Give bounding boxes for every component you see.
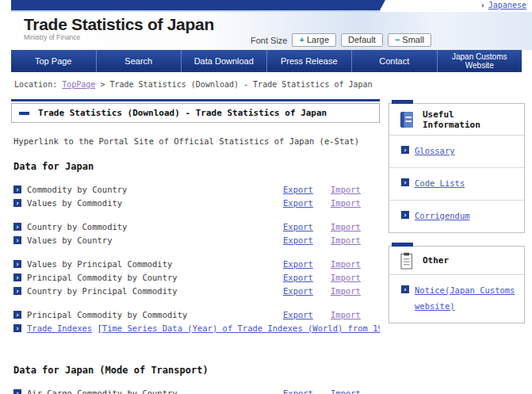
export-cell: Export — [283, 222, 331, 231]
list-item: ›Principal Commodity by CommodityExportI… — [11, 308, 380, 321]
nav-item-contact[interactable]: Contact — [351, 50, 437, 72]
site-logo[interactable]: Trade Statistics of Japan Ministry of Fi… — [24, 16, 214, 41]
import-link-air-cargo-commodity-by-country[interactable]: Import — [331, 388, 361, 394]
breadcrumb-separator: > — [100, 80, 105, 89]
import-cell: Import — [331, 222, 380, 231]
japanese-link[interactable]: Japanese — [488, 1, 526, 10]
chevron-right-bullet-icon[interactable]: › — [401, 178, 409, 186]
sidebar-link-item: ›Glossary — [389, 136, 524, 168]
font-size-button-default[interactable]: Default — [341, 33, 383, 47]
chevron-right-bullet-icon[interactable]: › — [13, 389, 21, 394]
import-link-commodity-by-country[interactable]: Import — [331, 185, 361, 194]
chevron-right-bullet-icon[interactable]: › — [401, 146, 409, 154]
item-label-principal-commodity-by-commodity: Principal Commodity by Commodity — [27, 310, 283, 319]
export-cell: Export — [283, 235, 331, 245]
section-heading-data-for-japan: Data for Japan — [13, 161, 380, 172]
sidebar-link-code-lists[interactable]: Code Lists — [415, 176, 465, 192]
font-size-control: Font Size +LargeDefault−Small — [251, 33, 431, 47]
import-cell: Import — [331, 235, 380, 245]
list-item: ›Values by CountryExportImport — [11, 233, 380, 247]
nav-item-japan-customs-website[interactable]: Japan Customs Website — [437, 50, 522, 72]
nav-item-data-download[interactable]: Data Download — [181, 50, 266, 72]
export-link-values-by-commodity[interactable]: Export — [283, 198, 313, 208]
chevron-right-bullet-icon[interactable]: › — [13, 186, 21, 193]
item-label-country-by-commodity: Country by Commodity — [27, 222, 283, 231]
link-time-series-data-year-of-trade-indexes-world-from-1960-to-2022[interactable]: Time Series Data (Year) of Trade Indexes… — [102, 323, 380, 333]
site-subtitle: Ministry of Finance — [24, 33, 214, 41]
sidebar-box-header: Useful Information — [389, 104, 524, 136]
clipboard-icon — [399, 252, 415, 270]
import-cell: Import — [331, 310, 380, 319]
import-cell: Import — [331, 185, 380, 194]
export-link-country-by-principal-commodity[interactable]: Export — [283, 286, 313, 296]
item-label-values-by-country: Values by Country — [27, 235, 283, 245]
item-label-commodity-by-country: Commodity by Country — [27, 185, 283, 194]
page-title: Trade Statistics (Download) - Trade Stat… — [38, 108, 327, 118]
chevron-right-bullet-icon[interactable]: › — [401, 285, 409, 293]
main-nav: Top PageSearchData DownloadPress Release… — [11, 50, 522, 72]
export-link-values-by-principal-commodity[interactable]: Export — [283, 259, 313, 269]
item-label-principal-commodity-by-country: Principal Commodity by Country — [27, 273, 283, 282]
site-title: Trade Statistics of Japan — [24, 16, 214, 33]
item-label-values-by-commodity: Values by Commodity — [27, 198, 283, 208]
chevron-right-bullet-icon[interactable]: › — [13, 324, 21, 332]
export-link-country-by-commodity[interactable]: Export — [283, 222, 313, 231]
sidebar-box-other: Other›Notice(Japan Customs website) — [388, 246, 525, 323]
row-group: ›Values by Principal CommodityExportImpo… — [11, 257, 380, 297]
chevron-right-bullet-icon[interactable]: › — [401, 211, 409, 219]
breadcrumb: Location: TopPage > Trade Statistics (Do… — [14, 80, 532, 89]
import-link-principal-commodity-by-commodity[interactable]: Import — [331, 310, 361, 319]
list-item: ›Country by CommodityExportImport — [11, 220, 380, 233]
import-cell: Import — [331, 273, 380, 282]
row-group: ›Commodity by CountryExportImport›Values… — [11, 182, 380, 209]
export-link-principal-commodity-by-commodity[interactable]: Export — [283, 310, 313, 319]
link-trade-indexes[interactable]: Trade Indexes — [27, 323, 92, 333]
list-item: ›Air Cargo Commodity by CountryExportImp… — [11, 386, 380, 394]
sidebar-link-item: ›Notice(Japan Customs website) — [389, 275, 524, 323]
sidebar-link-notice-japan-customs-website[interactable]: Notice(Japan Customs website) — [415, 283, 516, 315]
chevron-right-bullet-icon[interactable]: › — [13, 236, 21, 244]
row-group: ›Principal Commodity by CommodityExportI… — [11, 308, 380, 335]
row-group: ›Country by CommodityExportImport›Values… — [11, 220, 380, 247]
sidebar-link-corrigendum[interactable]: Corrigendum — [415, 208, 470, 224]
language-switch: ›Japanese — [480, 1, 526, 10]
import-link-values-by-commodity[interactable]: Import — [331, 198, 361, 208]
sidebar-box-title: Other — [423, 255, 449, 266]
nav-item-top-page[interactable]: Top Page — [11, 50, 96, 72]
nav-item-search[interactable]: Search — [96, 50, 182, 72]
export-link-air-cargo-commodity-by-country[interactable]: Export — [283, 388, 313, 394]
bracket-text: [ — [92, 323, 102, 333]
export-link-principal-commodity-by-country[interactable]: Export — [283, 273, 313, 282]
chevron-right-bullet-icon[interactable]: › — [13, 223, 21, 231]
list-item: ›Values by CommodityExportImport — [11, 196, 380, 209]
chevron-right-bullet-icon[interactable]: › — [13, 260, 21, 268]
font-size-button-large[interactable]: +Large — [292, 33, 336, 47]
chevron-right-bullet-icon[interactable]: › — [13, 199, 21, 207]
import-link-principal-commodity-by-country[interactable]: Import — [331, 273, 361, 282]
main-column: Trade Statistics (Download) - Trade Stat… — [11, 99, 380, 394]
sidebar-box-tab — [392, 100, 413, 104]
export-cell: Export — [283, 273, 331, 282]
chevron-right-bullet-icon[interactable]: › — [13, 311, 21, 319]
title-dash-icon — [19, 112, 29, 115]
breadcrumb-home-link[interactable]: TopPage — [62, 80, 95, 89]
sidebar-link-glossary[interactable]: Glossary — [415, 143, 455, 159]
nav-item-press-release[interactable]: Press Release — [266, 50, 352, 72]
sidebar-link-item: ›Code Lists — [389, 168, 524, 201]
chevron-right-bullet-icon[interactable]: › — [13, 287, 21, 295]
chevron-right-bullet-icon[interactable]: › — [13, 274, 21, 281]
breadcrumb-current: Trade Statistics (Download) - Trade Stat… — [109, 80, 372, 89]
font-size-button-small[interactable]: −Small — [388, 33, 431, 47]
import-link-values-by-country[interactable]: Import — [331, 235, 361, 245]
content: Trade Statistics (Download) - Trade Stat… — [11, 99, 532, 394]
list-item: ›Principal Commodity by CountryExportImp… — [11, 270, 380, 284]
import-link-country-by-principal-commodity[interactable]: Import — [331, 286, 361, 296]
breadcrumb-label: Location: — [14, 80, 57, 89]
import-cell: Import — [331, 388, 380, 394]
export-link-commodity-by-country[interactable]: Export — [283, 185, 313, 194]
export-cell: Export — [283, 185, 331, 194]
list-item: ›Commodity by CountryExportImport — [11, 182, 380, 196]
export-link-values-by-country[interactable]: Export — [283, 235, 313, 245]
import-link-country-by-commodity[interactable]: Import — [331, 222, 361, 231]
import-link-values-by-principal-commodity[interactable]: Import — [331, 259, 361, 269]
